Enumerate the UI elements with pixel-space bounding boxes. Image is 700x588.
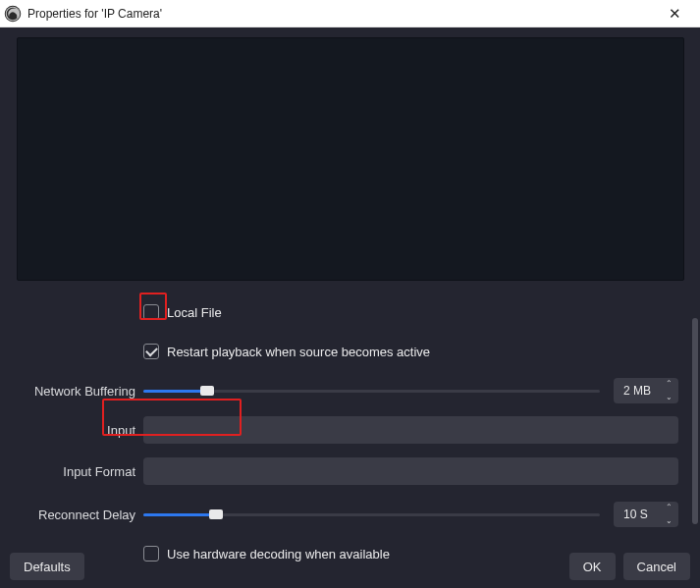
chevron-down-icon[interactable]: ⌄ bbox=[663, 394, 674, 401]
network-buffering-label: Network Buffering bbox=[18, 384, 143, 399]
source-preview bbox=[17, 37, 684, 281]
properties-form: Local File Restart playback when source … bbox=[8, 298, 692, 567]
local-file-label: Local File bbox=[167, 305, 222, 320]
reconnect-delay-label: Reconnect Delay bbox=[18, 508, 143, 522]
network-buffering-slider[interactable] bbox=[143, 383, 600, 399]
titlebar: Properties for 'IP Camera' ✕ bbox=[0, 0, 700, 27]
local-file-checkbox[interactable] bbox=[143, 304, 159, 320]
restart-playback-label: Restart playback when source becomes act… bbox=[167, 345, 430, 359]
dialog-body: Local File Restart playback when source … bbox=[0, 27, 700, 588]
chevron-up-icon[interactable]: ⌃ bbox=[663, 380, 674, 388]
network-buffering-value: 2 MB bbox=[623, 384, 651, 398]
network-buffering-spin[interactable]: 2 MB ⌃ ⌄ bbox=[614, 378, 678, 403]
window-title: Properties for 'IP Camera' bbox=[27, 7, 655, 21]
reconnect-delay-value: 10 S bbox=[623, 508, 648, 521]
obs-icon bbox=[4, 5, 22, 23]
cancel-button[interactable]: Cancel bbox=[623, 553, 690, 580]
scrollbar[interactable] bbox=[692, 318, 698, 524]
chevron-up-icon[interactable]: ⌃ bbox=[663, 504, 674, 511]
dialog-footer: Defaults OK Cancel bbox=[0, 545, 700, 588]
restart-playback-checkbox[interactable] bbox=[143, 344, 159, 359]
input-field[interactable] bbox=[143, 416, 678, 444]
input-label: Input bbox=[18, 423, 143, 438]
input-format-label: Input Format bbox=[18, 464, 143, 479]
close-icon[interactable]: ✕ bbox=[655, 5, 694, 23]
chevron-down-icon[interactable]: ⌄ bbox=[663, 517, 674, 525]
reconnect-delay-spin[interactable]: 10 S ⌃ ⌄ bbox=[614, 502, 678, 527]
reconnect-delay-slider[interactable] bbox=[143, 507, 600, 522]
input-format-field[interactable] bbox=[143, 457, 678, 485]
defaults-button[interactable]: Defaults bbox=[10, 553, 84, 580]
ok-button[interactable]: OK bbox=[569, 553, 616, 580]
